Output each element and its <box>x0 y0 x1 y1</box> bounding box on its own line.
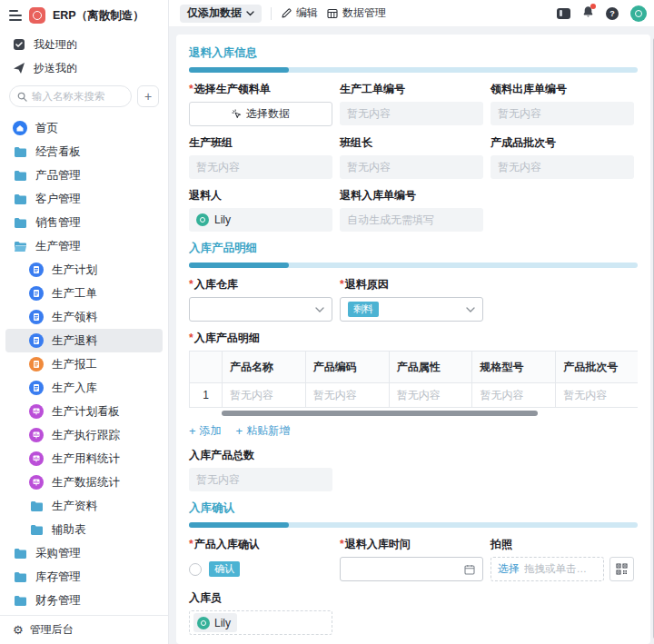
data-manage-button[interactable]: 数据管理 <box>327 5 386 21</box>
sidebar-item-finance[interactable]: 财务管理 <box>5 589 163 612</box>
sidebar-item-prod-workorder[interactable]: 生产工单 <box>5 282 163 305</box>
sidebar-item-prod-inbound[interactable]: 生产入库 <box>5 376 163 400</box>
sidebar-item-products[interactable]: 产品管理 <box>5 163 163 187</box>
paste-add-button[interactable]: +粘贴新增 <box>236 423 291 439</box>
add-app-button[interactable]: + <box>137 85 159 107</box>
divider <box>271 7 272 20</box>
team-input: 暂无内容 <box>189 155 332 179</box>
sidebar-item-purchasing[interactable]: 采购管理 <box>5 541 163 565</box>
section-title: 退料入库信息 <box>189 45 638 61</box>
board-icon <box>29 451 44 466</box>
folder-icon <box>13 570 27 584</box>
team-leader-input: 暂无内容 <box>340 155 483 179</box>
field-label: *入库仓库 <box>189 277 332 292</box>
document-icon <box>29 357 44 372</box>
sidebar-item-sales[interactable]: 销售管理 <box>5 211 163 234</box>
select-data-button[interactable]: 选择数据 <box>189 102 332 126</box>
menu-toggle-icon[interactable] <box>9 10 22 21</box>
form-card: 退料入库信息 *选择生产领料单 选择数据 生产工单编号 暂无内容 领料出库单编号 <box>176 35 650 644</box>
notifications-button[interactable] <box>582 5 594 21</box>
topbar: 仅添加数据 编辑 数据管理 ? <box>169 0 654 27</box>
folder-icon <box>13 192 27 206</box>
field-label: 拍照 <box>490 537 634 552</box>
search-icon <box>17 92 27 102</box>
add-row-button[interactable]: +添加 <box>189 423 222 439</box>
detail-table: 产品名称 产品编码 产品属性 规格型号 产品批次号 * 本次入库数量 1 暂无内… <box>189 351 638 408</box>
user-avatar <box>196 213 209 226</box>
batch-no-input: 暂无内容 <box>490 155 634 179</box>
sidebar-item-label: 客户管理 <box>35 192 81 207</box>
data-manage-button-label: 数据管理 <box>342 5 386 21</box>
col-header: 产品属性 <box>389 352 472 383</box>
sidebar-item-exec-tracking[interactable]: 生产执行跟踪 <box>5 423 163 447</box>
sidebar-item-label: 生产报工 <box>52 357 97 372</box>
user-avatar[interactable] <box>630 5 647 22</box>
mode-dropdown[interactable]: 仅添加数据 <box>180 5 262 23</box>
notification-badge <box>590 4 596 9</box>
photo-upload-area[interactable]: 选择 拖拽或单击后粘贴图... <box>490 557 604 581</box>
sidebar-item-label: 采购管理 <box>35 546 81 561</box>
sidebar-item-prod-return[interactable]: 生产退料 <box>5 329 163 352</box>
page-content: 退料入库信息 *选择生产领料单 选择数据 生产工单编号 暂无内容 领料出库单编号 <box>169 27 654 644</box>
sidebar-item-customers[interactable]: 客户管理 <box>5 187 163 211</box>
app-title: ERP（离散制造） <box>53 8 144 24</box>
sidebar-item-label: 辅助表 <box>52 522 86 538</box>
help-icon[interactable]: ? <box>606 7 619 20</box>
search-input[interactable]: 输入名称来搜索 <box>9 85 132 107</box>
return-time-input[interactable] <box>340 557 483 581</box>
section-progress-bar <box>189 522 638 528</box>
return-no-input: 自动生成无需填写 <box>340 208 483 232</box>
collapse-panel-icon[interactable] <box>557 8 570 19</box>
field-label: *退料原因 <box>340 277 483 292</box>
detail-table-block: *入库产品明细 产品名称 产品编码 产品属性 规格型号 产品批次号 * 本次入库… <box>189 331 638 439</box>
edit-button[interactable]: 编辑 <box>281 5 318 21</box>
table-horizontal-scrollbar[interactable] <box>222 411 538 416</box>
keeper-field[interactable]: Lily <box>189 610 332 635</box>
cell-product-name: 暂无内容 <box>223 383 306 408</box>
folder-icon <box>29 499 44 513</box>
checkbox-icon <box>13 38 25 51</box>
sidebar-item-label: 生产用料统计 <box>52 451 120 467</box>
sidebar-item-label: 财务管理 <box>35 593 81 609</box>
sidebar-item-plan-board[interactable]: 生产计划看板 <box>5 400 163 423</box>
user-chip: Lily <box>193 613 237 632</box>
reason-select[interactable]: 剩料 <box>340 297 483 322</box>
section-title: 入库确认 <box>189 500 638 516</box>
sidebar-item-aux-tables[interactable]: 辅助表 <box>5 518 163 541</box>
chevron-down-icon <box>315 307 324 312</box>
sidebar-item-label: 生产执行跟踪 <box>52 428 120 443</box>
col-header: 产品名称 <box>223 352 306 383</box>
sidebar-item-admin[interactable]: ⚙ 管理后台 <box>0 615 168 644</box>
sidebar-item-dashboard[interactable]: 经营看板 <box>5 140 163 163</box>
sidebar-item-prod-picking[interactable]: 生产领料 <box>5 305 163 329</box>
sidebar-nav: 首页 经营看板 产品管理 客户管理 销售管理 生产管理 生产计划 生产工单 <box>0 114 168 615</box>
qr-scan-button[interactable] <box>609 557 634 581</box>
document-icon <box>29 333 44 348</box>
sidebar-item-label: 首页 <box>35 121 58 136</box>
sidebar-item-label: 我处理的 <box>34 37 77 53</box>
warehouse-select[interactable] <box>189 297 332 322</box>
table-row: 1 暂无内容 暂无内容 暂无内容 暂无内容 暂无内容 <box>190 383 639 408</box>
sidebar-item-inventory[interactable]: 库存管理 <box>5 565 163 589</box>
sidebar-item-material-stats[interactable]: 生产用料统计 <box>5 447 163 471</box>
chevron-down-icon <box>466 307 475 312</box>
sidebar-item-prod-report[interactable]: 生产报工 <box>5 352 163 376</box>
board-icon <box>29 428 44 442</box>
sidebar-item-data-stats[interactable]: 生产数据统计 <box>5 471 163 494</box>
section-progress-bar <box>189 67 638 73</box>
sidebar-item-my-tasks[interactable]: 我处理的 <box>0 33 168 56</box>
document-icon <box>29 310 44 324</box>
edit-button-label: 编辑 <box>296 5 318 21</box>
confirm-radio[interactable] <box>189 563 202 576</box>
sidebar-item-production[interactable]: 生产管理 <box>5 234 163 258</box>
gear-icon: ⚙ <box>13 624 24 636</box>
sidebar-item-prod-docs[interactable]: 生产资料 <box>5 494 163 518</box>
app-brand: ERP（离散制造） <box>0 0 168 27</box>
sidebar-item-label: 销售管理 <box>35 215 81 231</box>
sidebar-item-prod-plan[interactable]: 生产计划 <box>5 258 163 282</box>
sidebar-item-label: 生产计划 <box>52 263 97 278</box>
field-label: 退料入库单编号 <box>340 188 483 203</box>
sidebar-item-home[interactable]: 首页 <box>5 116 163 140</box>
col-header: 产品编码 <box>305 352 389 383</box>
sidebar-item-cc-me[interactable]: 抄送我的 <box>0 56 168 80</box>
